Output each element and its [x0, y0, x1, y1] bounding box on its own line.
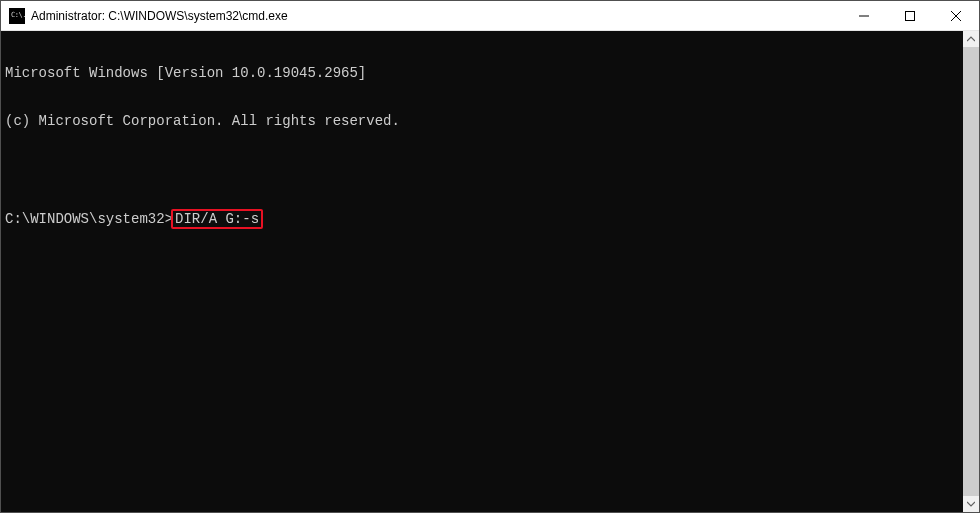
terminal-output-line: (c) Microsoft Corporation. All rights re…: [5, 113, 959, 129]
typed-command: DIR/A G:-s: [175, 211, 259, 227]
svg-rect-1: [906, 11, 915, 20]
minimize-icon: [859, 11, 869, 21]
terminal-output-line: Microsoft Windows [Version 10.0.19045.29…: [5, 65, 959, 81]
maximize-icon: [905, 11, 915, 21]
cmd-window: C:\. Administrator: C:\WINDOWS\system32\…: [0, 0, 980, 513]
prompt-path: C:\WINDOWS\system32>: [5, 211, 173, 227]
window-controls: [841, 1, 979, 30]
terminal-area: Microsoft Windows [Version 10.0.19045.29…: [1, 31, 979, 512]
chevron-up-icon: [967, 35, 975, 43]
scroll-up-button[interactable]: [963, 31, 979, 47]
command-highlight: DIR/A G:-s: [171, 209, 263, 229]
cmd-icon: C:\.: [9, 8, 25, 24]
maximize-button[interactable]: [887, 1, 933, 30]
minimize-button[interactable]: [841, 1, 887, 30]
terminal[interactable]: Microsoft Windows [Version 10.0.19045.29…: [1, 31, 963, 512]
vertical-scrollbar[interactable]: [963, 31, 979, 512]
titlebar[interactable]: C:\. Administrator: C:\WINDOWS\system32\…: [1, 1, 979, 31]
terminal-prompt-line: C:\WINDOWS\system32>DIR/A G:-s: [5, 209, 959, 229]
chevron-down-icon: [967, 500, 975, 508]
terminal-blank-line: [5, 161, 959, 177]
scroll-down-button[interactable]: [963, 496, 979, 512]
close-button[interactable]: [933, 1, 979, 30]
window-title: Administrator: C:\WINDOWS\system32\cmd.e…: [31, 9, 841, 23]
cmd-icon-text: C:\.: [11, 12, 26, 19]
scrollbar-thumb[interactable]: [963, 47, 979, 496]
close-icon: [951, 11, 961, 21]
